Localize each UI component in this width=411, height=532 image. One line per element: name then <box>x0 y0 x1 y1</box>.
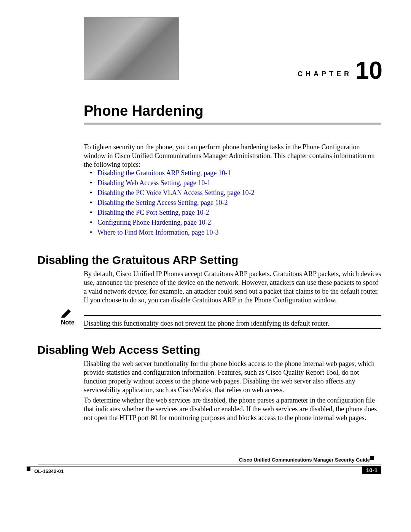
chapter-number: 10 <box>355 56 382 85</box>
toc-link[interactable]: Disabling the Gratuitous ARP Setting, pa… <box>97 169 231 177</box>
page-footer: Cisco Unified Communications Manager Sec… <box>27 465 381 467</box>
list-item: Disabling the PC Port Setting, page 10-2 <box>91 209 381 216</box>
section-paragraph: By default, Cisco Unified IP Phones acce… <box>84 270 381 305</box>
note-label: Note <box>61 319 75 326</box>
note-text: Disabling this functionality does not pr… <box>84 319 381 328</box>
toc-link[interactable]: Disabling Web Access Setting, page 10-1 <box>97 179 210 187</box>
chapter-title: Phone Hardening <box>84 103 204 119</box>
note-rule <box>84 315 381 316</box>
note-rule <box>84 328 381 329</box>
footer-rule <box>38 465 381 465</box>
toc-link[interactable]: Disabling the PC Port Setting, page 10-2 <box>97 209 209 216</box>
toc-link[interactable]: Disabling the PC Voice VLAN Access Setti… <box>97 189 254 197</box>
toc-link[interactable]: Configuring Phone Hardening, page 10-2 <box>97 219 211 226</box>
list-item: Configuring Phone Hardening, page 10-2 <box>91 219 381 226</box>
title-underline <box>84 123 381 125</box>
section-heading-garp: Disabling the Gratuitous ARP Setting <box>37 254 238 267</box>
list-item: Disabling the Setting Access Setting, pa… <box>91 199 381 206</box>
decor-square <box>370 456 374 460</box>
section-heading-web: Disabling Web Access Setting <box>37 343 200 356</box>
page-number: 10-1 <box>362 466 381 474</box>
pencil-icon <box>61 308 72 318</box>
section-paragraph: To determine whether the web services ar… <box>84 396 381 422</box>
chapter-label: CHAPTER <box>298 70 352 78</box>
footer-doc-id: OL-16342-01 <box>34 468 64 474</box>
footer-doc-title: Cisco Unified Communications Manager Sec… <box>239 457 370 463</box>
list-item: Disabling the Gratuitous ARP Setting, pa… <box>91 169 381 176</box>
toc-link[interactable]: Disabling the Setting Access Setting, pa… <box>97 199 228 206</box>
list-item: Disabling the PC Voice VLAN Access Setti… <box>91 189 381 196</box>
document-page: CHAPTER 10 Phone Hardening To tighten se… <box>0 0 411 532</box>
toc-link[interactable]: Where to Find More Information, page 10-… <box>97 228 218 236</box>
intro-paragraph: To tighten security on the phone, you ca… <box>84 143 381 169</box>
chapter-hero-image <box>84 17 179 80</box>
list-item: Where to Find More Information, page 10-… <box>91 229 381 236</box>
list-item: Disabling Web Access Setting, page 10-1 <box>91 179 381 186</box>
section-paragraph: Disabling the web server functionality f… <box>84 359 381 395</box>
footer-rule <box>27 466 381 467</box>
toc-list: Disabling the Gratuitous ARP Setting, pa… <box>91 169 381 239</box>
chapter-header: CHAPTER 10 Phone Hardening <box>0 0 411 122</box>
decor-square <box>27 467 30 471</box>
